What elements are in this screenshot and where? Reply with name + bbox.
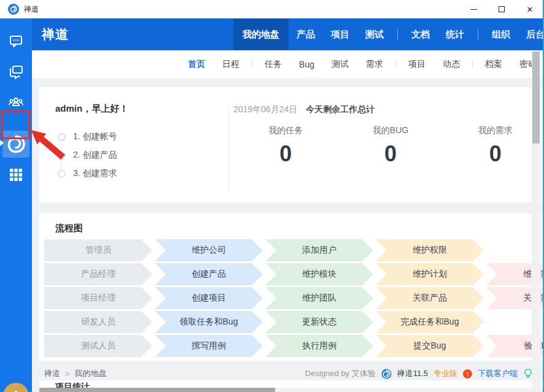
window-title: 禅道 <box>24 4 39 15</box>
flow-step-cell[interactable]: 维护计划 <box>376 263 484 285</box>
stat-label: 我的需求 <box>443 125 544 136</box>
step-link[interactable]: 2. 创建产品 <box>73 150 117 161</box>
footer-links: Designed by 艾体验 禅道11.5 专业版 ↑ 下载客户端 <box>305 368 533 379</box>
flow-step-cell[interactable]: 关联产品 <box>376 287 484 309</box>
sub-nav-item[interactable]: 档案 <box>485 59 502 70</box>
breadcrumb-root[interactable]: 禅道 <box>44 368 60 379</box>
onboarding-step: 1. 创建帐号 <box>58 128 117 146</box>
header-nav-item[interactable]: 项目 <box>323 18 357 50</box>
sub-nav-item[interactable]: Bug <box>299 60 314 69</box>
flow-step-cell[interactable]: 执行用例 <box>265 335 373 357</box>
flow-role-cell: 项目经理 <box>44 287 152 309</box>
header-nav-item[interactable]: 统计 <box>438 18 472 50</box>
header-nav-item[interactable]: 组织 <box>484 18 518 50</box>
flow-chart-title: 流程图 <box>55 223 83 234</box>
sidebar-item-zentao-active[interactable] <box>2 131 29 158</box>
step-link[interactable]: 1. 创建帐号 <box>73 131 117 142</box>
stat-value: 0 <box>338 141 443 167</box>
sub-nav: 首页日程任务Bug测试需求项目动态档案密码 <box>32 50 544 78</box>
flow-step-cell[interactable]: 提交Bug <box>376 335 484 357</box>
sub-nav-item[interactable]: 项目 <box>408 59 425 70</box>
step-circle-icon <box>58 170 66 178</box>
vertical-scrollbar <box>532 50 540 388</box>
flow-row: 测试人员撰写用例执行用例提交Bug验证Bug <box>44 335 544 357</box>
onboarding-steps: 1. 创建帐号2. 创建产品3. 创建需求 <box>58 128 117 183</box>
sub-nav-divider <box>252 60 252 69</box>
flow-row: 产品经理创建产品维护模块维护计划维护需求 <box>44 263 544 285</box>
sub-nav-item[interactable]: 任务 <box>265 59 282 70</box>
header-nav-item[interactable]: 测试 <box>357 18 392 50</box>
step-link[interactable]: 3. 创建需求 <box>73 168 117 179</box>
sub-nav-item[interactable]: 动态 <box>443 59 460 70</box>
greeting-text: admin，早上好！ <box>55 103 128 115</box>
step-circle-icon <box>58 133 66 141</box>
sub-nav-item[interactable]: 测试 <box>332 59 349 70</box>
flow-role-cell: 测试人员 <box>44 335 152 357</box>
team-icon[interactable] <box>0 87 32 118</box>
sub-nav-item[interactable]: 首页 <box>188 59 205 70</box>
sub-nav-item[interactable]: 需求 <box>366 59 383 70</box>
chat-icon[interactable] <box>0 26 32 56</box>
maximize-icon[interactable] <box>488 0 516 18</box>
edition-link[interactable]: 专业版 <box>433 368 457 379</box>
flow-row: 管理员维护公司添加用户维护权限 <box>44 239 544 261</box>
flow-chart-card: 流程图 管理员维护公司添加用户维护权限产品经理创建产品维护模块维护计划维护需求项… <box>39 213 544 361</box>
project-stats-card: 项目统计 <box>39 380 544 388</box>
vertical-scrollbar-thumb[interactable] <box>532 52 540 144</box>
group-chat-icon[interactable] <box>0 56 32 87</box>
flow-step-cell[interactable]: 维护权限 <box>376 239 484 261</box>
current-date: 2019年06月24日 <box>233 104 297 115</box>
welcome-card: admin，早上好！ 1. 创建帐号2. 创建产品3. 创建需求 2019年06… <box>39 87 544 202</box>
stat-value: 0 <box>443 141 544 167</box>
project-stats-title: 项目统计 <box>55 382 90 388</box>
upgrade-icon[interactable]: ↑ <box>463 369 472 379</box>
page-footer: 禅道 > 我的地盘 Designed by 艾体验 禅道11.5 专业版 ↑ 下… <box>39 366 544 382</box>
flow-row: 项目经理创建项目维护团队关联产品关联需求 <box>44 287 544 309</box>
version-text: 禅道11.5 <box>397 368 428 379</box>
header-nav-item[interactable]: 产品 <box>289 18 323 50</box>
horizontal-scrollbar <box>32 388 544 392</box>
flow-step-cell[interactable]: 添加用户 <box>265 239 373 261</box>
zentao-logo-icon <box>6 134 26 154</box>
zentao-logo-icon <box>381 369 392 379</box>
onboarding-step: 2. 创建产品 <box>58 146 117 164</box>
user-avatar[interactable]: A <box>3 383 29 392</box>
horizontal-scrollbar-thumb[interactable] <box>39 388 275 392</box>
close-icon[interactable]: ✕ <box>516 0 544 18</box>
flow-step-cell[interactable]: 创建产品 <box>155 263 263 285</box>
download-client-link[interactable]: 下载客户端 <box>478 368 518 379</box>
designed-by-text[interactable]: Designed by 艾体验 <box>305 368 376 379</box>
header-nav-item[interactable]: 我的地盘 <box>233 18 289 50</box>
sub-nav-divider <box>472 60 473 69</box>
stat-tasks: 我的任务0 <box>233 125 338 167</box>
flow-step-cell[interactable]: 撰写用例 <box>155 335 263 357</box>
stat-label: 我的BUG <box>338 125 443 136</box>
minimize-icon[interactable] <box>459 0 488 18</box>
sub-nav-divider <box>395 60 396 69</box>
flow-role-cell: 管理员 <box>44 239 152 261</box>
app-sidebar: A <box>0 18 32 392</box>
flow-step-cell[interactable]: 更新状态 <box>265 311 373 333</box>
zentao-logo-icon <box>8 4 19 15</box>
flow-step-cell[interactable]: 完成任务和Bug <box>376 311 484 333</box>
flow-step-cell[interactable]: 领取任务和Bug <box>155 311 263 333</box>
app-header: 禅道 我的地盘产品项目测试文档统计组织后台 <box>32 18 544 50</box>
today-summary-panel: 2019年06月24日 今天剩余工作总计 我的任务0我的BUG0我的需求0 <box>233 104 544 167</box>
breadcrumb-current[interactable]: 我的地盘 <box>75 368 107 379</box>
sub-nav-item[interactable]: 日程 <box>222 59 239 70</box>
header-nav-divider <box>478 29 478 40</box>
flow-step-cell[interactable]: 维护公司 <box>155 239 263 261</box>
flow-step-cell[interactable]: 维护模块 <box>265 263 373 285</box>
step-circle-icon <box>58 152 66 159</box>
app-grid-icon[interactable] <box>0 159 32 190</box>
header-nav-divider <box>397 29 398 40</box>
header-nav-item[interactable]: 后台 <box>518 18 544 50</box>
header-nav-item[interactable]: 文档 <box>403 18 438 50</box>
stat-label: 我的任务 <box>233 125 338 136</box>
flow-step-cell[interactable]: 创建项目 <box>155 287 263 309</box>
vertical-divider <box>228 107 229 190</box>
stat-value: 0 <box>233 141 338 167</box>
flow-step-cell[interactable]: 维护团队 <box>265 287 373 309</box>
work-stats: 我的任务0我的BUG0我的需求0 <box>233 125 544 167</box>
summary-label: 今天剩余工作总计 <box>306 104 375 115</box>
